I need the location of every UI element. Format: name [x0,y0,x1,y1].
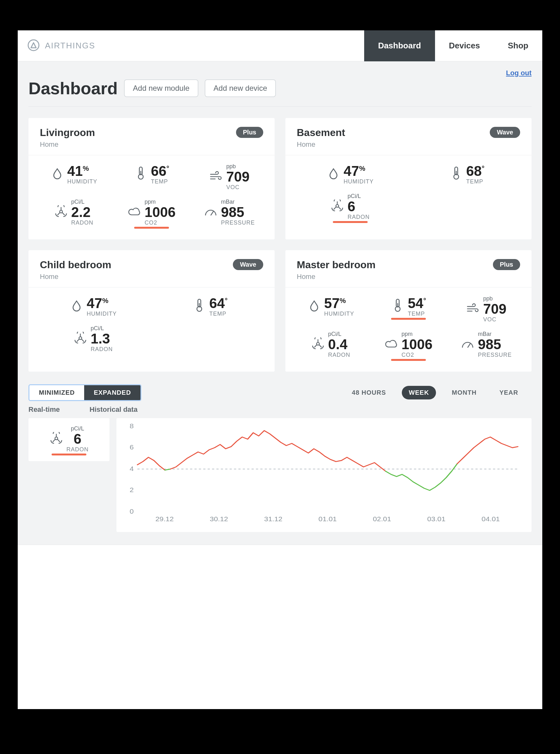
metric-co2: ppm 1006 CO2 [126,199,178,225]
svg-line-18 [467,344,471,348]
metric-unit: pCi/L [91,325,113,331]
metric-value: 0.4 [328,338,350,351]
device-card[interactable]: Child bedroom Home Wave 47% HUMIDITY 64°… [28,250,275,372]
metric-radon: pCi/L 2.2 RADON [52,199,95,225]
historical-chart[interactable]: 0246829.1230.1231.1201.0102.0103.0104.01 [116,418,532,532]
device-card[interactable]: Basement Home Wave 47% HUMIDITY 68° TEMP… [285,118,532,240]
metric-value: 985 [478,338,512,351]
metric-label: HUMIDITY [324,311,354,317]
metric-label: RADON [91,346,113,352]
radon-icon [49,432,63,446]
svg-text:29.12: 29.12 [155,515,174,523]
card-location: Home [297,140,345,149]
empty-region [18,545,542,709]
view-toggle-expanded[interactable]: EXPANDED [84,385,140,400]
humidity-icon [50,167,64,181]
historical-heading: Historical data [89,405,138,414]
title-row: Dashboard Add new module Add new device [28,78,532,107]
metric-voc: ppb 709 VOC [207,164,251,190]
brand-logo-icon [27,39,40,53]
realtime-card[interactable]: pCi/L 6 RADON [28,418,109,461]
svg-point-9 [336,205,339,207]
alert-indicator [391,318,426,320]
add-device-button[interactable]: Add new device [205,79,276,97]
metric-value: 2.2 [71,205,93,219]
metric-humidity: 47% HUMIDITY [325,164,376,184]
page-body: Log out Dashboard Add new module Add new… [18,61,542,545]
alert-indicator [333,221,368,223]
metric-radon: pCi/L 1.3 RADON [72,325,115,352]
realtime-heading: Real-time [28,405,60,414]
metric-unit: ppb [483,296,506,301]
svg-point-19 [55,437,58,440]
temp-icon [134,166,148,182]
voc-icon [209,171,223,183]
temp-icon [449,166,463,182]
metric-voc: ppb 709 VOC [464,296,508,322]
co2-icon [127,206,141,218]
metric-value: 709 [226,170,249,184]
metric-label: CO2 [401,352,433,358]
device-card[interactable]: Master bedroom Home Plus 57% HUMIDITY 54… [285,250,532,372]
metric-temp: 64° TEMP [191,296,230,317]
svg-text:2: 2 [130,486,134,494]
logout-link[interactable]: Log out [506,69,532,77]
nav-tab-dashboard[interactable]: Dashboard [364,30,435,61]
metric-label: RADON [347,214,369,220]
metric-value: 47% [87,297,117,310]
realtime-unit: pCi/L [66,426,88,431]
card-location: Home [297,273,376,281]
metric-label: HUMIDITY [87,311,117,317]
range-tab-48-hours[interactable]: 48 HOURS [345,386,393,400]
brand-logo[interactable]: AIRTHINGS [18,39,95,53]
device-frame: AIRTHINGS DashboardDevicesShop Log out D… [0,13,560,727]
metric-value: 64° [209,297,228,310]
device-type-badge: Plus [236,127,263,138]
metric-radon: pCi/L 0.4 RADON [309,331,352,358]
metric-label: TEMP [466,179,485,184]
view-toggle-minimized[interactable]: MINIMIZED [29,385,84,400]
alert-indicator [391,359,426,361]
svg-point-13 [79,337,82,340]
range-tab-week[interactable]: WEEK [402,386,436,400]
view-toggle: MINIMIZEDEXPANDED [28,384,141,401]
metric-co2: ppm 1006 CO2 [382,331,434,358]
metric-unit: pCi/L [347,193,369,199]
device-type-badge: Wave [233,259,263,270]
nav-tab-devices[interactable]: Devices [435,30,494,61]
metric-value: 57% [324,297,354,310]
svg-text:4: 4 [130,465,134,472]
metric-unit: ppb [226,164,249,169]
card-title: Master bedroom [297,259,376,271]
svg-text:01.01: 01.01 [319,515,337,523]
metric-value: 68° [466,164,485,178]
metric-radon: pCi/L 6 RADON [328,193,372,220]
top-nav: AIRTHINGS DashboardDevicesShop [18,30,542,61]
metric-value: 1006 [401,338,433,351]
controls-row: MINIMIZEDEXPANDED 48 HOURSWEEKMONTHYEAR [28,384,532,401]
temp-icon [192,298,206,314]
metric-unit: mBar [478,331,512,337]
realtime-value: 6 [66,432,88,446]
range-tab-month[interactable]: MONTH [445,386,483,400]
card-title: Child bedroom [40,259,112,271]
metric-value: 54° [408,297,426,310]
page-title: Dashboard [28,78,118,98]
radon-icon [74,332,87,346]
metric-label: HUMIDITY [67,179,97,184]
svg-text:6: 6 [130,444,134,451]
add-module-button[interactable]: Add new module [124,79,198,97]
radon-icon [311,338,325,351]
humidity-icon [307,300,321,313]
pressure-icon [204,206,218,218]
realtime-label: RADON [66,447,88,452]
metric-label: VOC [226,184,249,190]
card-location: Home [40,140,95,149]
metric-label: PRESSURE [478,352,512,358]
nav-tab-shop[interactable]: Shop [494,30,542,61]
metric-unit: ppm [401,331,433,337]
line-chart-svg: 0246829.1230.1231.1201.0102.0103.0104.01 [123,423,525,524]
range-tab-year[interactable]: YEAR [492,386,525,400]
device-type-badge: Wave [490,127,520,138]
device-card[interactable]: Livingroom Home Plus 41% HUMIDITY 66° TE… [28,118,275,240]
